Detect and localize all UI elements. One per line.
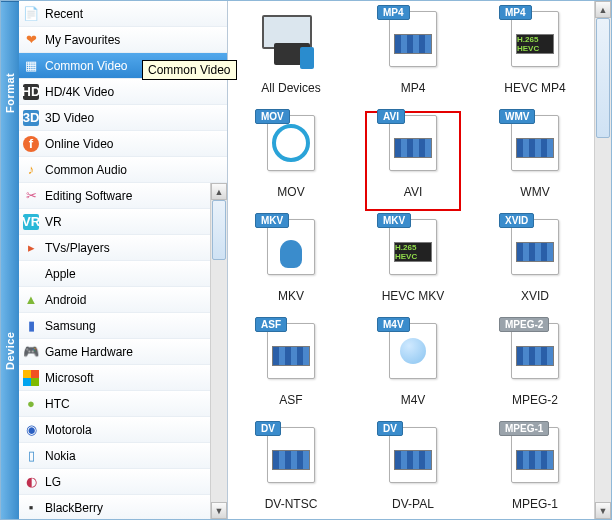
sidebar-item-vr-icon: VR (23, 214, 39, 230)
scroll-track[interactable] (595, 18, 611, 502)
sidebar-item-htc[interactable]: ●HTC (19, 391, 210, 417)
format-caption: AVI (404, 185, 422, 199)
format-wmv[interactable]: WMVWMV (479, 109, 591, 213)
sidebar: Format 📄Recent❤My Favourites▦Common Vide… (1, 1, 228, 519)
format-asf[interactable]: ASFASF (235, 317, 347, 421)
sidebar-item-label: TVs/Players (45, 241, 206, 255)
format-dv-ntsc-icon: DV (261, 427, 321, 493)
sidebar-item-online-video-icon: f (23, 136, 39, 152)
format-dv-ntsc[interactable]: DVDV-NTSC (235, 421, 347, 519)
format-mkv-badge: MKV (255, 213, 289, 228)
format-caption: HEVC MP4 (504, 81, 565, 95)
format-tab[interactable]: Format (1, 1, 19, 183)
format-caption: MPEG-2 (512, 393, 558, 407)
sidebar-item-lg[interactable]: ◐LG (19, 469, 210, 495)
format-m4v-badge: M4V (377, 317, 410, 332)
format-mpeg1-icon: MPEG-1 (505, 427, 565, 493)
sidebar-item-tvs-players[interactable]: ▸TVs/Players (19, 235, 210, 261)
sidebar-item-label: Game Hardware (45, 345, 206, 359)
format-avi-badge: AVI (377, 109, 405, 124)
sidebar-item-label: 3D Video (45, 111, 223, 125)
sidebar-item-3d-video-icon: 3D (23, 110, 39, 126)
sidebar-item-microsoft[interactable]: Microsoft (19, 365, 210, 391)
sidebar-item-tvs-players-icon: ▸ (23, 240, 39, 256)
format-hevc-mkv-icon: H.265 HEVCMKV (383, 219, 443, 285)
sidebar-item-online-video[interactable]: fOnline Video (19, 131, 227, 157)
format-mkv-icon: MKV (261, 219, 321, 285)
sidebar-item-label: Nokia (45, 449, 206, 463)
app-window: Format 📄Recent❤My Favourites▦Common Vide… (0, 0, 612, 520)
format-mpeg2[interactable]: MPEG-2MPEG-2 (479, 317, 591, 421)
scroll-up-button[interactable]: ▲ (211, 183, 227, 200)
format-xvid[interactable]: XVIDXVID (479, 213, 591, 317)
format-hevc-mkv[interactable]: H.265 HEVCMKVHEVC MKV (357, 213, 469, 317)
sidebar-item-favourites[interactable]: ❤My Favourites (19, 27, 227, 53)
sidebar-item-blackberry[interactable]: ▪BlackBerry (19, 495, 210, 519)
format-wmv-badge: WMV (499, 109, 535, 124)
device-list: ✂Editing SoftwareVRVR▸TVs/PlayersApple▲A… (19, 183, 210, 519)
scroll-track[interactable] (211, 200, 227, 502)
scroll-up-button[interactable]: ▲ (595, 1, 611, 18)
format-caption: DV-NTSC (265, 497, 318, 511)
main-scrollbar[interactable]: ▲ ▼ (594, 1, 611, 519)
sidebar-item-label: Motorola (45, 423, 206, 437)
sidebar-item-game-hardware[interactable]: 🎮Game Hardware (19, 339, 210, 365)
sidebar-item-editing-software[interactable]: ✂Editing Software (19, 183, 210, 209)
format-avi-icon: AVI (383, 115, 443, 181)
format-mpeg1-badge: MPEG-1 (499, 421, 549, 436)
sidebar-item-apple[interactable]: Apple (19, 261, 210, 287)
format-hevc-mp4-badge: MP4 (499, 5, 532, 20)
format-caption: All Devices (261, 81, 320, 95)
sidebar-item-vr[interactable]: VRVR (19, 209, 210, 235)
sidebar-item-3d-video[interactable]: 3D3D Video (19, 105, 227, 131)
format-mkv[interactable]: MKVMKV (235, 213, 347, 317)
format-mov[interactable]: MOVMOV (235, 109, 347, 213)
format-list: 📄Recent❤My Favourites▦Common VideoHDHD/4… (19, 1, 227, 183)
scroll-down-button[interactable]: ▼ (595, 502, 611, 519)
sidebar-item-hd-4k[interactable]: HDHD/4K Video (19, 79, 227, 105)
format-avi[interactable]: AVIAVI (357, 109, 469, 213)
format-caption: MPEG-1 (512, 497, 558, 511)
format-dv-ntsc-badge: DV (255, 421, 281, 436)
sidebar-item-android-icon: ▲ (23, 292, 39, 308)
format-all-devices[interactable]: All Devices (235, 5, 347, 109)
main-panel: All DevicesMP4MP4H.265 HEVCMP4HEVC MP4MO… (228, 1, 611, 519)
sidebar-item-label: Samsung (45, 319, 206, 333)
device-tab[interactable]: Device (1, 183, 19, 519)
scroll-thumb[interactable] (212, 200, 226, 260)
sidebar-item-nokia[interactable]: ▯Nokia (19, 443, 210, 469)
sidebar-item-recent[interactable]: 📄Recent (19, 1, 227, 27)
format-caption: XVID (521, 289, 549, 303)
sidebar-item-label: LG (45, 475, 206, 489)
sidebar-item-samsung[interactable]: ▮Samsung (19, 313, 210, 339)
sidebar-item-common-audio-icon: ♪ (23, 162, 39, 178)
format-caption: M4V (401, 393, 426, 407)
format-dv-pal[interactable]: DVDV-PAL (357, 421, 469, 519)
device-scrollbar[interactable]: ▲ ▼ (210, 183, 227, 519)
scroll-down-button[interactable]: ▼ (211, 502, 227, 519)
sidebar-item-common-audio[interactable]: ♪Common Audio (19, 157, 227, 183)
sidebar-item-samsung-icon: ▮ (23, 318, 39, 334)
sidebar-item-label: Recent (45, 7, 223, 21)
scroll-thumb[interactable] (596, 18, 610, 138)
sidebar-item-editing-software-icon: ✂ (23, 188, 39, 204)
format-m4v[interactable]: M4VM4V (357, 317, 469, 421)
format-caption: ASF (279, 393, 302, 407)
format-mp4[interactable]: MP4MP4 (357, 5, 469, 109)
format-dv-pal-icon: DV (383, 427, 443, 493)
sidebar-item-hd-4k-icon: HD (23, 84, 39, 100)
format-asf-badge: ASF (255, 317, 287, 332)
format-dv-pal-badge: DV (377, 421, 403, 436)
sidebar-item-android[interactable]: ▲Android (19, 287, 210, 313)
format-m4v-icon: M4V (383, 323, 443, 389)
format-hevc-mp4[interactable]: H.265 HEVCMP4HEVC MP4 (479, 5, 591, 109)
format-mpeg1[interactable]: MPEG-1MPEG-1 (479, 421, 591, 519)
format-hevc-mkv-badge: MKV (377, 213, 411, 228)
format-hevc-mp4-icon: H.265 HEVCMP4 (505, 11, 565, 77)
format-caption: MOV (277, 185, 304, 199)
format-caption: MP4 (401, 81, 426, 95)
sidebar-item-motorola[interactable]: ◉Motorola (19, 417, 210, 443)
sidebar-item-htc-icon: ● (23, 396, 39, 412)
sidebar-item-favourites-icon: ❤ (23, 32, 39, 48)
sidebar-item-apple-icon (23, 266, 39, 282)
